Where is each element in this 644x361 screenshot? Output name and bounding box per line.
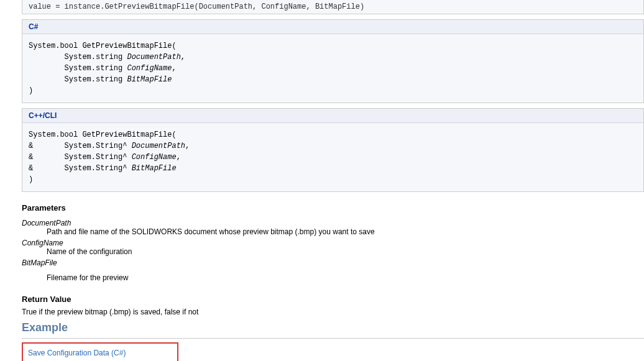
csharp-header: C#	[22, 20, 643, 34]
parameters-heading: Parameters	[22, 203, 644, 212]
example-heading: Example	[22, 321, 644, 334]
csharp-code-block: C# System.bool GetPreviewBitmapFile( Sys…	[22, 19, 644, 103]
param-configname-name: ConfigName	[22, 239, 644, 247]
return-value-desc: True if the preview bitmap (.bmp) is sav…	[22, 308, 644, 316]
example-link-csharp[interactable]: Save Configuration Data (C#)	[28, 347, 172, 359]
param-configname-desc: Name of the configuration	[22, 247, 644, 256]
param-documentpath-desc: Path and file name of the SOLIDWORKS doc…	[22, 227, 644, 236]
example-divider	[22, 338, 644, 339]
truncated-code-top: value = instance.GetPreviewBitmapFile(Do…	[22, 0, 644, 14]
example-link-vbnet[interactable]: Save Configuration Data (VB.NET)	[28, 359, 172, 361]
param-documentpath-name: DocumentPath	[22, 219, 644, 227]
param-bitmapfile-desc: Filename for the preview	[22, 273, 644, 282]
csharp-body: System.bool GetPreviewBitmapFile( System…	[22, 34, 643, 103]
param-bitmapfile-name: BitMapFile	[22, 258, 644, 267]
cpp-cli-code-block: C++/CLI System.bool GetPreviewBitmapFile…	[22, 108, 644, 192]
return-value-heading: Return Value	[22, 295, 644, 304]
cpp-cli-header: C++/CLI	[22, 109, 643, 123]
example-links-box: Save Configuration Data (C#) Save Config…	[22, 342, 178, 361]
cpp-cli-body: System.bool GetPreviewBitmapFile( & Syst…	[22, 123, 643, 191]
